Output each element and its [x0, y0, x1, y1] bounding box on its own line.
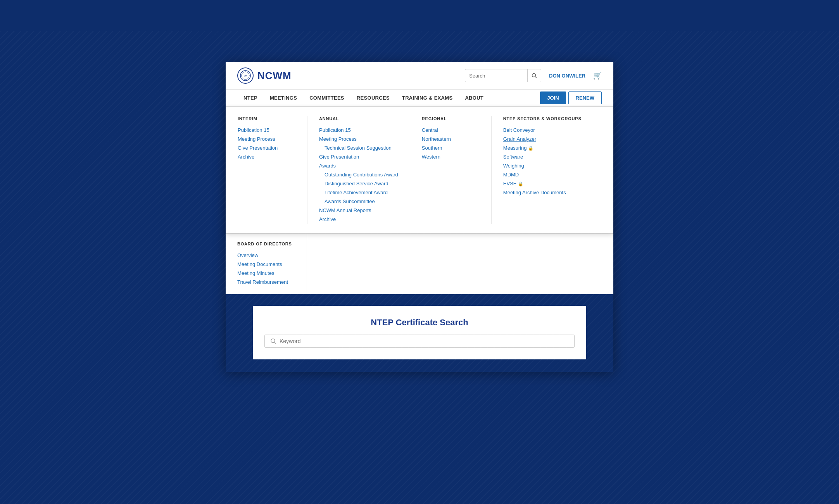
annual-meeting-process[interactable]: Meeting Process — [319, 135, 398, 143]
svg-point-5 — [271, 339, 275, 343]
sector-belt-conveyor[interactable]: Belt Conveyor — [503, 126, 582, 135]
annual-awards-subcommittee[interactable]: Awards Subcommittee — [319, 197, 398, 206]
logo-text: NCWM — [257, 70, 292, 82]
annual-give-presentation[interactable]: Give Presentation — [319, 152, 398, 161]
regional-western[interactable]: Western — [422, 152, 480, 161]
bottom-section: BOARD OF DIRECTORS Overview Meeting Docu… — [226, 233, 613, 294]
regional-central[interactable]: Central — [422, 126, 480, 135]
sector-mdmd[interactable]: MDMD — [503, 170, 582, 179]
annual-reports[interactable]: NCWM Annual Reports — [319, 206, 398, 215]
interim-give-presentation[interactable]: Give Presentation — [238, 143, 295, 152]
logo-area: ⚖ NCWM — [237, 67, 292, 84]
nav-item-about[interactable]: ABOUT — [459, 90, 490, 106]
regional-northeastern[interactable]: Northeastern — [422, 135, 480, 143]
empty-space — [307, 234, 613, 294]
cert-search-section: NTEP Certificate Search — [253, 306, 586, 359]
nav-items: NTEP MEETINGS COMMITTEES RESOURCES TRAIN… — [237, 90, 540, 106]
main-content: NTEP Certificate Search — [226, 294, 613, 372]
svg-point-3 — [532, 74, 536, 77]
annual-tech-session[interactable]: Technical Session Suggestion — [319, 143, 398, 152]
sector-measuring[interactable]: Measuring 🔒 — [503, 143, 582, 152]
bod-meeting-minutes[interactable]: Meeting Minutes — [237, 269, 295, 278]
search-button[interactable] — [527, 69, 541, 82]
dropdown-menu: INTERIM Publication 15 Meeting Process G… — [226, 107, 613, 233]
header: ⚖ NCWM DON ONWILER 🛒 — [226, 62, 613, 90]
cert-title: NTEP Certificate Search — [264, 318, 575, 328]
svg-text:⚖: ⚖ — [244, 74, 247, 78]
svg-line-4 — [535, 77, 537, 78]
sector-software[interactable]: Software — [503, 152, 582, 161]
search-box[interactable] — [465, 69, 541, 82]
search-icon — [532, 73, 537, 78]
annual-col: ANNUAL Publication 15 Meeting Process Te… — [307, 116, 410, 224]
annual-awards[interactable]: Awards — [319, 161, 398, 170]
interim-meeting-process[interactable]: Meeting Process — [238, 135, 295, 143]
svg-point-0 — [240, 71, 250, 81]
interim-col: INTERIM Publication 15 Meeting Process G… — [226, 116, 307, 224]
bod-header: BOARD OF DIRECTORS — [237, 242, 295, 246]
join-button[interactable]: JOIN — [540, 91, 566, 104]
keyword-input[interactable] — [280, 338, 569, 344]
nav-right: JOIN RENEW — [540, 91, 602, 104]
sector-grain-analyzer[interactable]: Grain Analyzer — [503, 135, 582, 143]
sector-meeting-archive[interactable]: Meeting Archive Documents — [503, 188, 582, 197]
annual-archive[interactable]: Archive — [319, 215, 398, 224]
svg-line-6 — [274, 342, 276, 344]
annual-distinguished[interactable]: Distinguished Service Award — [319, 179, 398, 188]
nav-bar: NTEP MEETINGS COMMITTEES RESOURCES TRAIN… — [226, 90, 613, 107]
bod-travel[interactable]: Travel Reimbursement — [237, 278, 295, 287]
bod-col: BOARD OF DIRECTORS Overview Meeting Docu… — [226, 234, 307, 294]
nav-item-meetings[interactable]: MEETINGS — [264, 90, 303, 106]
cart-icon[interactable]: 🛒 — [593, 71, 602, 80]
header-right: DON ONWILER 🛒 — [465, 69, 602, 82]
interim-header: INTERIM — [238, 116, 295, 121]
ntep-sectors-col: NTEP SECTORS & WORKGROUPS Belt Conveyor … — [492, 116, 593, 224]
regional-col: REGIONAL Central Northeastern Southern W… — [410, 116, 492, 224]
user-name[interactable]: DON ONWILER — [549, 73, 585, 79]
keyword-search — [264, 335, 575, 348]
nav-item-resources[interactable]: RESOURCES — [350, 90, 396, 106]
keyword-search-icon — [270, 338, 276, 344]
regional-header: REGIONAL — [422, 116, 480, 121]
annual-pub15[interactable]: Publication 15 — [319, 126, 398, 135]
nav-item-training[interactable]: TRAINING & EXAMS — [396, 90, 459, 106]
bod-overview[interactable]: Overview — [237, 251, 295, 260]
nav-item-committees[interactable]: COMMITTEES — [303, 90, 350, 106]
interim-pub15[interactable]: Publication 15 — [238, 126, 295, 135]
nav-item-ntep[interactable]: NTEP — [237, 90, 264, 106]
evse-lock-icon: 🔒 — [518, 181, 523, 186]
search-input[interactable] — [465, 73, 527, 79]
regional-southern[interactable]: Southern — [422, 143, 480, 152]
interim-archive[interactable]: Archive — [238, 152, 295, 161]
ntep-sectors-header: NTEP SECTORS & WORKGROUPS — [503, 116, 582, 121]
measuring-lock-icon: 🔒 — [528, 146, 533, 150]
annual-header: ANNUAL — [319, 116, 398, 121]
renew-button[interactable]: RENEW — [568, 91, 602, 104]
sector-evse[interactable]: EVSE 🔒 — [503, 179, 582, 188]
annual-outstanding[interactable]: Outstanding Contributions Award — [319, 170, 398, 179]
sector-weighing[interactable]: Weighing — [503, 161, 582, 170]
logo-icon: ⚖ — [237, 67, 254, 84]
svg-point-1 — [242, 72, 249, 79]
annual-lifetime[interactable]: Lifetime Achievement Award — [319, 188, 398, 197]
bod-meeting-documents[interactable]: Meeting Documents — [237, 260, 295, 269]
